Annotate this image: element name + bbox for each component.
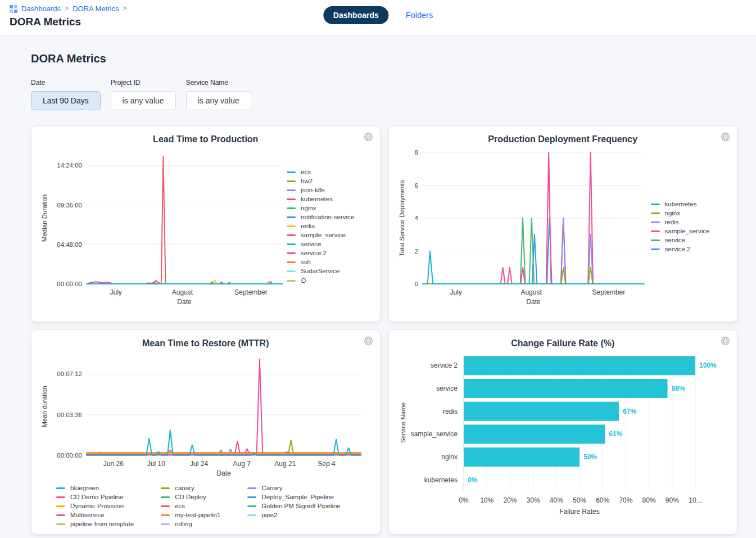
globe-icon[interactable] — [721, 336, 730, 346]
legend-item[interactable]: service 2 — [287, 250, 371, 256]
legend-item[interactable]: rolling — [161, 521, 220, 527]
legend-item[interactable]: canary — [161, 485, 220, 491]
card-deploy-freq: Production Deployment Frequency 02468Jul… — [388, 125, 738, 322]
mttr-chart-canvas[interactable]: 00:00:0000:03:3600:07:12Jun 26Jul 10Jul … — [39, 349, 370, 478]
legend-swatch — [287, 198, 296, 200]
legend-swatch — [287, 261, 296, 263]
svg-text:20%: 20% — [504, 496, 517, 504]
legend-swatch — [651, 204, 660, 205]
legend-swatch — [287, 171, 296, 173]
legend-item[interactable]: Dynamic Provision — [56, 503, 134, 509]
filter-date: Date Last 90 Days — [31, 79, 101, 110]
legend-label: nginx — [665, 210, 681, 216]
legend-label: Golden PM Signoff Pipeline — [261, 503, 340, 509]
svg-text:Jun 26: Jun 26 — [103, 460, 124, 468]
legend-label: pipe2 — [261, 512, 277, 518]
app-header: Dashboards > DORA Metrics > DORA Metrics… — [0, 0, 756, 36]
svg-text:Jul 24: Jul 24 — [190, 460, 208, 468]
tab-dashboards[interactable]: Dashboards — [323, 6, 389, 24]
legend-item[interactable]: service — [287, 241, 371, 247]
legend-item[interactable]: Golden PM Signoff Pipeline — [247, 503, 340, 509]
legend-item[interactable]: redis — [287, 223, 371, 229]
charts-grid: Lead Time to Production 00:00:0004:48:00… — [31, 125, 756, 535]
legend-item[interactable]: nginx — [651, 210, 726, 216]
svg-text:30%: 30% — [527, 496, 540, 504]
legend-item[interactable]: Canary — [247, 485, 340, 491]
svg-text:50%: 50% — [573, 496, 586, 504]
legend-item[interactable]: kubernetes — [651, 201, 726, 207]
legend-item[interactable]: service — [651, 237, 726, 243]
legend-item[interactable]: nginx — [287, 205, 371, 211]
globe-icon[interactable] — [364, 132, 373, 142]
globe-icon[interactable] — [721, 132, 730, 142]
legend-swatch — [56, 523, 65, 525]
svg-text:90%: 90% — [666, 496, 679, 504]
filter-bar: Date Last 90 Days Project ID is any valu… — [31, 79, 756, 110]
legend-swatch — [287, 225, 296, 227]
svg-text:00:00:00: 00:00:00 — [57, 452, 82, 459]
legend-item[interactable]: ssh — [287, 259, 371, 265]
filter-service-name-button[interactable]: is any value — [186, 91, 251, 110]
legend-item[interactable]: ecs — [287, 169, 371, 175]
filter-date-button[interactable]: Last 90 Days — [31, 91, 101, 110]
legend-item[interactable]: ∅ — [287, 277, 371, 284]
lead-time-chart-canvas[interactable]: 00:00:0004:48:0009:36:0014:24:00JulyAugu… — [39, 144, 286, 309]
svg-text:August: August — [172, 288, 193, 296]
legend-label: pipeline from template — [70, 521, 134, 527]
legend-item[interactable]: CD Demo Pipeline — [56, 494, 134, 500]
legend-label: service — [665, 237, 685, 243]
legend-item[interactable]: Deploy_Sample_Pipeline — [247, 494, 340, 500]
legend-swatch — [651, 213, 660, 214]
legend-item[interactable]: pipeline from template — [56, 521, 134, 527]
svg-text:0: 0 — [414, 281, 418, 287]
legend-label: bluegreen — [70, 485, 99, 491]
legend-item[interactable]: notification-service — [287, 214, 371, 220]
deploy-freq-chart-canvas[interactable]: 02468JulyAugustSeptemberDateTotal Servic… — [397, 144, 650, 309]
svg-text:60%: 60% — [596, 496, 609, 504]
svg-text:6: 6 — [414, 182, 418, 189]
tab-folders[interactable]: Folders — [406, 11, 433, 20]
breadcrumb-link-dashboards[interactable]: Dashboards — [21, 4, 61, 13]
svg-text:service: service — [436, 385, 458, 392]
legend-item[interactable]: my-test-pipelin1 — [161, 512, 220, 518]
svg-text:Service Name: Service Name — [400, 403, 406, 443]
svg-text:00:03:36: 00:03:36 — [57, 412, 82, 418]
chart-title-change-failure: Change Failure Rate (%) — [397, 338, 730, 349]
legend-item[interactable]: service 2 — [651, 246, 726, 252]
legend-swatch — [56, 505, 65, 507]
legend-item[interactable]: hw2 — [287, 178, 371, 184]
legend-item[interactable]: kubernetes — [287, 196, 371, 202]
legend-swatch — [287, 216, 296, 218]
legend-item[interactable]: sample_service — [287, 232, 371, 238]
legend-label: SudarService — [301, 268, 339, 274]
legend-item[interactable]: bluegreen — [56, 485, 134, 491]
legend-label: ∅ — [301, 277, 306, 284]
filter-date-label: Date — [31, 79, 101, 87]
change-failure-chart-canvas[interactable]: 0%10%20%30%40%50%60%70%80%90%10...servic… — [397, 350, 728, 518]
legend-item[interactable]: sample_service — [651, 228, 726, 234]
legend-item[interactable]: json-k8s — [287, 187, 371, 193]
breadcrumb-separator: > — [65, 4, 69, 13]
legend-label: CD Demo Pipeline — [70, 494, 124, 500]
filter-project-id-button[interactable]: is any value — [111, 91, 176, 110]
filter-project-id-label: Project ID — [111, 79, 176, 87]
legend-label: kubernetes — [301, 196, 333, 202]
svg-text:Jul 10: Jul 10 — [147, 460, 165, 468]
svg-text:4: 4 — [414, 215, 418, 221]
legend-swatch — [161, 487, 170, 489]
svg-text:Date: Date — [526, 298, 541, 306]
breadcrumb-link-dora-metrics[interactable]: DORA Metrics — [73, 4, 119, 13]
globe-icon[interactable] — [364, 336, 373, 346]
legend-swatch — [56, 487, 65, 489]
legend-label: rolling — [175, 521, 192, 527]
svg-text:67%: 67% — [623, 408, 636, 415]
legend-item[interactable]: SudarService — [287, 268, 371, 274]
legend-item[interactable]: ecs — [161, 503, 220, 509]
svg-text:Failure Rates: Failure Rates — [560, 508, 600, 516]
legend-item[interactable]: redis — [651, 219, 726, 225]
legend-item[interactable]: CD Deploy — [161, 494, 220, 500]
legend-swatch — [247, 514, 256, 516]
legend-item[interactable]: pipe2 — [247, 512, 340, 518]
svg-text:Median Duration: Median Duration — [41, 195, 48, 242]
legend-item[interactable]: Multiservice — [56, 512, 134, 518]
